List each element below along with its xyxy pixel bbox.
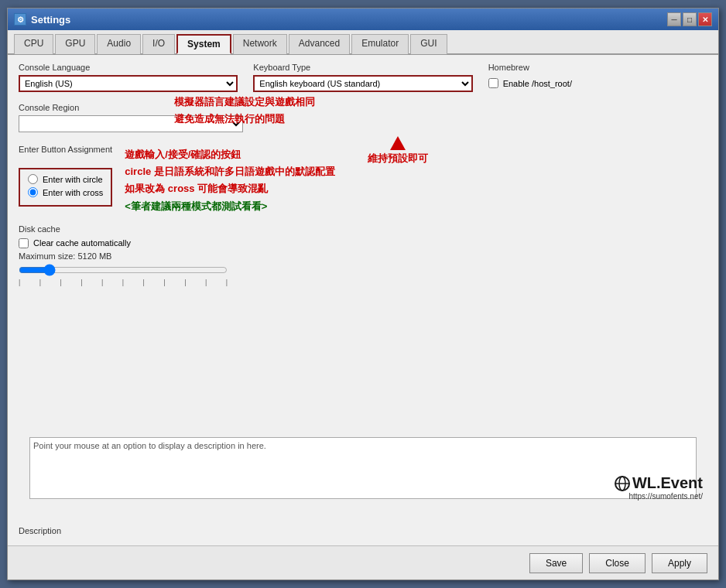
tab-gpu[interactable]: GPU: [55, 34, 95, 54]
enter-cross-label: Enter with cross: [43, 188, 103, 197]
enter-button-assignment-section: Enter Button Assignment Enter with circl…: [19, 145, 112, 207]
main-content: Console Language English (US) Japanese F…: [8, 55, 718, 545]
enter-circle-label: Enter with circle: [43, 175, 103, 184]
lang-note-1: 模擬器語言建議設定與遊戲相同: [174, 95, 315, 109]
keyboard-arrow-annotation: 維持預設即可: [368, 136, 428, 166]
tab-system[interactable]: System: [176, 34, 231, 54]
console-language-label: Console Language: [19, 63, 238, 72]
slider-ticks: | | | | | | | | | | |: [19, 279, 228, 286]
enter-circle-row: Enter with circle: [28, 174, 103, 184]
tab-io[interactable]: I/O: [142, 34, 175, 54]
arrow-up-icon: [390, 136, 406, 150]
homebrew-checkbox-label: Enable /host_root/: [503, 79, 572, 88]
description-label: Description: [19, 526, 707, 535]
top-settings-grid: Console Language English (US) Japanese F…: [19, 63, 707, 92]
disk-cache-label: Disk cache: [19, 224, 707, 234]
description-area: Description Point your mouse at an optio…: [19, 526, 707, 538]
tab-network[interactable]: Network: [233, 34, 287, 54]
console-language-select[interactable]: English (US) Japanese French: [19, 75, 238, 92]
tab-gui[interactable]: GUI: [410, 34, 447, 54]
enter-button-box: Enter with circle Enter with cross: [19, 168, 112, 207]
homebrew-check-row: Enable /host_root/: [488, 78, 707, 88]
disk-cache-slider-container: | | | | | | | | | | |: [19, 264, 228, 286]
close-button[interactable]: Close: [589, 553, 646, 573]
enter-note-4: <筆者建議兩種模式都測試看看>: [125, 200, 335, 214]
enter-button-annotations: 遊戲輸入/接受/確認的按鈕 circle 是日語系統和許多日語遊戲中的默認配置 …: [125, 145, 335, 214]
clear-cache-row: Clear cache automatically: [19, 238, 707, 248]
enter-circle-radio[interactable]: [28, 174, 38, 184]
lang-annotation: 模擬器語言建議設定與遊戲相同 避免造成無法執行的問題: [174, 92, 315, 126]
enter-button-row: Enter Button Assignment Enter with circl…: [19, 145, 707, 214]
homebrew-checkbox[interactable]: [488, 78, 498, 88]
watermark-url: https://sumofents.net/: [614, 492, 703, 501]
homebrew-label: Homebrew: [488, 63, 707, 72]
window-controls: ─ □ ✕: [667, 12, 712, 26]
lang-note-2: 避免造成無法執行的問題: [174, 112, 315, 126]
settings-window: ⚙ Settings ─ □ ✕ CPU GPU Audio I/O Syste…: [7, 8, 719, 580]
close-window-button[interactable]: ✕: [698, 12, 712, 26]
enter-cross-radio[interactable]: [28, 187, 38, 197]
keyboard-type-select[interactable]: English keyboard (US standard) Japanese …: [253, 75, 472, 92]
clear-cache-checkbox[interactable]: [19, 238, 29, 248]
enter-note-1: 遊戲輸入/接受/確認的按鈕: [125, 148, 335, 162]
apply-button[interactable]: Apply: [652, 553, 707, 573]
description-box: Point your mouse at an option to display…: [29, 437, 697, 499]
keyboard-note: 維持預設即可: [368, 152, 428, 166]
keyboard-type-section: Keyboard Type English keyboard (US stand…: [253, 63, 472, 92]
minimize-button[interactable]: ─: [667, 12, 681, 26]
watermark: WL.Event https://sumofents.net/: [614, 474, 703, 501]
clear-cache-label: Clear cache automatically: [33, 238, 131, 248]
enter-note-3: 如果改為 cross 可能會導致混亂: [125, 182, 335, 196]
enter-note-2: circle 是日語系統和許多日語遊戲中的默認配置: [125, 165, 335, 179]
tab-audio[interactable]: Audio: [97, 34, 141, 54]
window-title: Settings: [31, 14, 70, 26]
console-language-section: Console Language English (US) Japanese F…: [19, 63, 238, 92]
tab-bar: CPU GPU Audio I/O System Network Advance…: [8, 30, 718, 55]
save-button[interactable]: Save: [529, 553, 583, 573]
wlevent-logo-icon: [614, 475, 631, 492]
enter-cross-row: Enter with cross: [28, 187, 103, 197]
bottom-bar: Save Close Apply: [8, 545, 718, 579]
tab-cpu[interactable]: CPU: [14, 34, 53, 54]
title-bar: ⚙ Settings ─ □ ✕: [8, 9, 718, 30]
maximize-button[interactable]: □: [683, 12, 697, 26]
description-text: Point your mouse at an option to display…: [30, 438, 696, 453]
window-icon: ⚙: [14, 13, 26, 26]
keyboard-type-label: Keyboard Type: [253, 63, 472, 72]
enter-button-label: Enter Button Assignment: [19, 145, 112, 154]
max-size-label: Maximum size: 5120 MB: [19, 251, 707, 261]
disk-cache-slider[interactable]: [19, 264, 228, 276]
tab-advanced[interactable]: Advanced: [289, 34, 350, 54]
tab-emulator[interactable]: Emulator: [351, 34, 409, 54]
disk-cache-section: Disk cache Clear cache automatically Max…: [19, 224, 707, 286]
watermark-brand: WL.Event: [632, 474, 703, 492]
homebrew-section: Homebrew Enable /host_root/: [488, 63, 707, 92]
